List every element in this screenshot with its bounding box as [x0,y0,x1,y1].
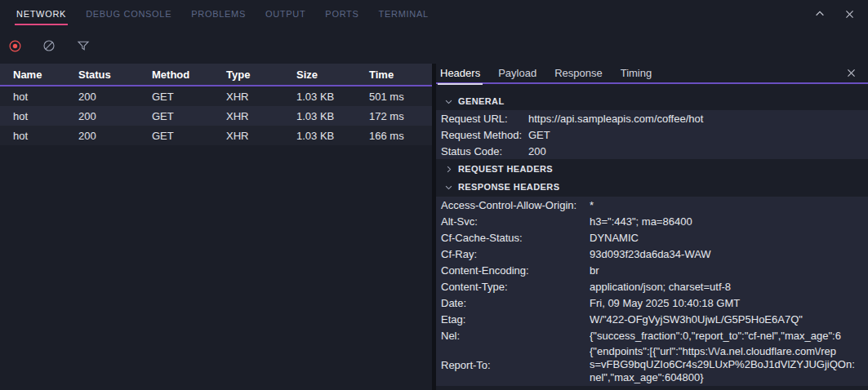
detail-tabbar: Headers Payload Response Timing [436,64,868,84]
record-icon[interactable] [6,37,24,55]
cell-size: 1.03 KB [296,91,369,103]
cell-type: XHR [226,110,296,122]
table-row[interactable]: hot 200 GET XHR 1.03 KB 172 ms [0,106,432,126]
tab-problems[interactable]: PROBLEMS [191,0,246,28]
column-header-type[interactable]: Type [226,69,296,81]
tab-ports[interactable]: PORTS [325,0,358,28]
cell-status: 200 [78,110,152,122]
cell-name: hot [13,110,78,122]
table-row[interactable]: hot 200 GET XHR 1.03 KB 166 ms [0,126,432,145]
cell-name: hot [13,130,78,142]
kv-row-nel: Nel: {"success_fraction":0,"report_to":"… [436,327,868,343]
kv-row-cf-cache-status: Cf-Cache-Status: DYNAMIC [436,229,868,246]
table-row[interactable]: hot 200 GET XHR 1.03 KB 501 ms [0,86,432,106]
clear-network-log-icon[interactable] [40,37,58,55]
tab-debug-console[interactable]: DEBUG CONSOLE [86,0,171,28]
cell-size: 1.03 KB [296,110,369,122]
tab-output[interactable]: OUTPUT [265,0,305,28]
kv-row-report-to: Report-To: {"endpoints":[{"url":"https:\… [436,343,868,386]
panel-tabs: NETWORK DEBUG CONSOLE PROBLEMS OUTPUT PO… [16,0,429,28]
general-block: Request URL: https://api.sampleapis.com/… [436,110,868,159]
column-header-size[interactable]: Size [296,69,369,81]
kv-row-alt-svc: Alt-Svc: h3=":443"; ma=86400 [436,213,868,229]
tab-timing[interactable]: Timing [621,63,652,83]
tab-network[interactable]: NETWORK [16,0,66,28]
report-to-value: {"endpoints":[{"url":"https:\/\/a.nel.cl… [590,345,868,384]
kv-row-etag: Etag: W/"422-OFgVyjSW3h0UjwL/G5P5HoE6A7Q… [436,311,868,327]
network-devtools-panel: NETWORK DEBUG CONSOLE PROBLEMS OUTPUT PO… [0,0,868,390]
kv-row-access-control-allow-origin: Access-Control-Allow-Origin: * [436,197,868,213]
kv-row-cf-ray: Cf-Ray: 93d093f23da6da34-WAW [436,246,868,262]
chevron-down-icon [444,97,453,106]
chevron-right-icon [444,165,453,174]
cell-method: GET [152,91,226,103]
network-toolbar [0,28,868,64]
close-detail-icon[interactable] [844,66,858,81]
column-header-status[interactable]: Status [78,69,152,81]
filter-icon[interactable] [74,37,92,55]
section-request-headers[interactable]: REQUEST HEADERS [436,160,868,178]
detail-tabs: Headers Payload Response Timing [440,63,844,83]
request-table: Name Status Method Type Size Time hot 20… [0,64,432,390]
cell-time: 501 ms [369,91,432,103]
column-header-time[interactable]: Time [369,69,432,81]
kv-row-date: Date: Fri, 09 May 2025 10:40:18 GMT [436,295,868,311]
chevron-down-icon [444,183,453,192]
section-general[interactable]: GENERAL [436,92,868,110]
tab-payload[interactable]: Payload [498,63,536,83]
cell-type: XHR [226,130,296,142]
panel-tabbar: NETWORK DEBUG CONSOLE PROBLEMS OUTPUT PO… [0,0,868,28]
close-panel-icon[interactable] [842,7,857,21]
cell-size: 1.03 KB [296,130,369,142]
column-header-method[interactable]: Method [152,69,226,81]
detail-body: GENERAL Request URL: https://api.samplea… [436,84,868,390]
panel-actions [812,0,857,28]
column-header-name[interactable]: Name [13,69,78,81]
cell-status: 200 [78,130,152,142]
kv-row-content-encoding: Content-Encoding: br [436,262,868,278]
cell-method: GET [152,130,226,142]
cell-time: 172 ms [369,110,432,122]
tab-headers[interactable]: Headers [440,63,480,83]
section-response-headers[interactable]: RESPONSE HEADERS [436,178,868,196]
cell-name: hot [13,91,78,103]
response-headers-block: Access-Control-Allow-Origin: * Alt-Svc: … [436,197,868,386]
kv-row-request-url: Request URL: https://api.sampleapis.com/… [436,110,868,126]
kv-row-request-method: Request Method: GET [436,126,868,143]
tab-terminal[interactable]: TERMINAL [379,0,429,28]
request-table-header: Name Status Method Type Size Time [0,64,432,86]
cell-time: 166 ms [369,130,432,142]
tab-response[interactable]: Response [554,63,603,83]
kv-row-status-code: Status Code: 200 [436,143,868,159]
cell-status: 200 [78,91,152,103]
chevron-up-icon[interactable] [812,7,827,21]
kv-row-content-type: Content-Type: application/json; charset=… [436,278,868,295]
cell-type: XHR [226,91,296,103]
request-detail-pane: Headers Payload Response Timing GENERAL … [436,64,868,390]
network-content: Name Status Method Type Size Time hot 20… [0,64,868,390]
cell-method: GET [152,110,226,122]
